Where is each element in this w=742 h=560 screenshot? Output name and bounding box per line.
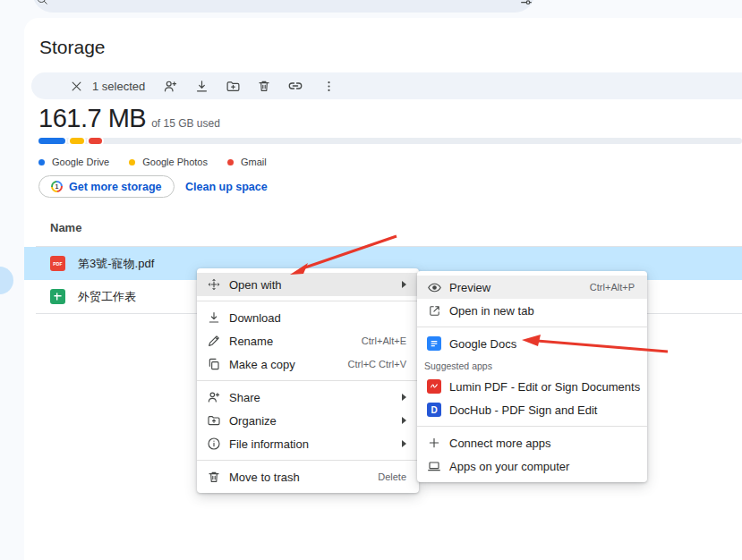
menu-item-make-a-copy[interactable]: Make a copy Ctrl+C Ctrl+V bbox=[197, 352, 419, 376]
selected-count: 1 selected bbox=[92, 80, 145, 93]
google-docs-icon bbox=[427, 336, 441, 351]
gmail-dot-icon bbox=[227, 159, 234, 165]
page-title: Storage bbox=[39, 37, 106, 58]
submenu-item-google-docs[interactable]: Google Docs bbox=[417, 332, 647, 355]
storage-legend: Google Drive Google Photos Gmail bbox=[38, 157, 267, 167]
context-menu: Open with Download Rename Ctrl+Alt+E Mak… bbox=[197, 268, 419, 493]
rename-pencil-icon bbox=[207, 334, 221, 348]
link-icon bbox=[287, 78, 303, 94]
more-options-button[interactable] bbox=[320, 77, 337, 95]
copy-link-button[interactable] bbox=[286, 77, 304, 95]
sidebar-selected-item-edge bbox=[0, 267, 13, 294]
lumin-pdf-icon bbox=[427, 379, 441, 394]
column-header-name[interactable]: Name bbox=[50, 221, 81, 234]
pdf-file-icon: PDF bbox=[50, 256, 65, 271]
search-icon bbox=[36, 0, 48, 5]
move-button[interactable] bbox=[224, 77, 242, 95]
open-with-submenu: Preview Ctrl+Alt+P Open in new tab Googl… bbox=[417, 271, 647, 482]
submenu-item-preview[interactable]: Preview Ctrl+Alt+P bbox=[417, 276, 647, 299]
open-with-icon bbox=[207, 277, 221, 292]
info-icon bbox=[207, 437, 221, 451]
storage-used-caption: of 15 GB used bbox=[151, 117, 220, 130]
menu-separator bbox=[197, 301, 419, 301]
trash-button[interactable] bbox=[255, 77, 273, 95]
download-icon bbox=[207, 310, 221, 325]
submenu-arrow-icon bbox=[402, 440, 406, 447]
person-add-icon bbox=[163, 79, 178, 94]
google-drive-storage-page: Storage 1 selected 161.7 MB of 15 GB use… bbox=[0, 0, 742, 560]
menu-item-rename[interactable]: Rename Ctrl+Alt+E bbox=[197, 329, 419, 352]
clean-up-space-link[interactable]: Clean up space bbox=[185, 181, 268, 193]
copy-icon bbox=[207, 357, 221, 371]
download-icon bbox=[194, 79, 209, 94]
storage-usage: 161.7 MB of 15 GB used bbox=[38, 104, 220, 133]
submenu-item-connect-more-apps[interactable]: Connect more apps bbox=[417, 431, 647, 454]
file-name: 第3號-寵物.pdf bbox=[78, 256, 154, 272]
download-button[interactable] bbox=[192, 77, 210, 95]
trash-icon bbox=[207, 470, 221, 484]
legend-item-photos: Google Photos bbox=[129, 157, 208, 167]
submenu-arrow-icon bbox=[402, 417, 406, 424]
trash-icon bbox=[257, 79, 271, 93]
menu-item-download[interactable]: Download bbox=[197, 306, 419, 329]
search-filters-icon[interactable] bbox=[519, 0, 533, 7]
menu-item-organize[interactable]: Organize bbox=[197, 409, 419, 432]
close-icon bbox=[70, 80, 83, 93]
selection-toolbar: 1 selected bbox=[31, 72, 742, 99]
preview-eye-icon bbox=[427, 280, 442, 295]
clear-selection-button[interactable] bbox=[67, 77, 85, 95]
menu-separator bbox=[197, 460, 419, 461]
storage-segment-photos bbox=[70, 138, 84, 144]
storage-segment-gmail bbox=[89, 138, 102, 144]
submenu-arrow-icon bbox=[402, 281, 406, 288]
kebab-menu-icon bbox=[322, 80, 336, 93]
suggested-apps-label: Suggested apps bbox=[417, 355, 647, 375]
legend-item-gmail: Gmail bbox=[227, 157, 267, 167]
submenu-arrow-icon bbox=[402, 394, 406, 401]
submenu-item-dochub[interactable]: D DocHub - PDF Sign and Edit bbox=[417, 398, 647, 421]
google-one-icon: 1 bbox=[51, 181, 63, 192]
submenu-item-lumin-pdf[interactable]: Lumin PDF - Edit or Sign Documents bbox=[417, 375, 647, 398]
file-name: 外贸工作表 bbox=[78, 289, 136, 305]
submenu-item-apps-on-your-computer[interactable]: Apps on your computer bbox=[417, 454, 647, 478]
share-button[interactable] bbox=[161, 77, 179, 95]
menu-separator bbox=[197, 380, 419, 381]
storage-meter bbox=[38, 138, 742, 144]
open-in-new-icon bbox=[428, 304, 441, 318]
person-add-icon bbox=[207, 390, 221, 404]
dochub-icon: D bbox=[427, 403, 441, 417]
get-more-storage-button[interactable]: 1 Get more storage bbox=[38, 175, 175, 198]
plus-icon bbox=[427, 436, 441, 450]
menu-separator bbox=[417, 327, 647, 327]
menu-item-file-information[interactable]: File information bbox=[197, 432, 419, 455]
menu-item-open-with[interactable]: Open with bbox=[197, 273, 419, 296]
menu-item-share[interactable]: Share bbox=[197, 386, 419, 409]
search-input[interactable] bbox=[32, 0, 535, 13]
submenu-item-open-in-new-tab[interactable]: Open in new tab bbox=[417, 299, 647, 322]
menu-item-move-to-trash[interactable]: Move to trash Delete bbox=[197, 465, 419, 488]
drive-dot-icon bbox=[38, 159, 45, 165]
photos-dot-icon bbox=[129, 159, 135, 165]
laptop-icon bbox=[427, 459, 441, 473]
menu-separator bbox=[417, 426, 647, 427]
folder-icon bbox=[207, 413, 221, 428]
storage-used-value: 161.7 MB bbox=[38, 104, 146, 133]
folder-move-icon bbox=[226, 79, 241, 94]
legend-item-drive: Google Drive bbox=[38, 157, 109, 167]
spreadsheet-file-icon bbox=[50, 289, 65, 304]
storage-segment-drive bbox=[38, 138, 65, 144]
